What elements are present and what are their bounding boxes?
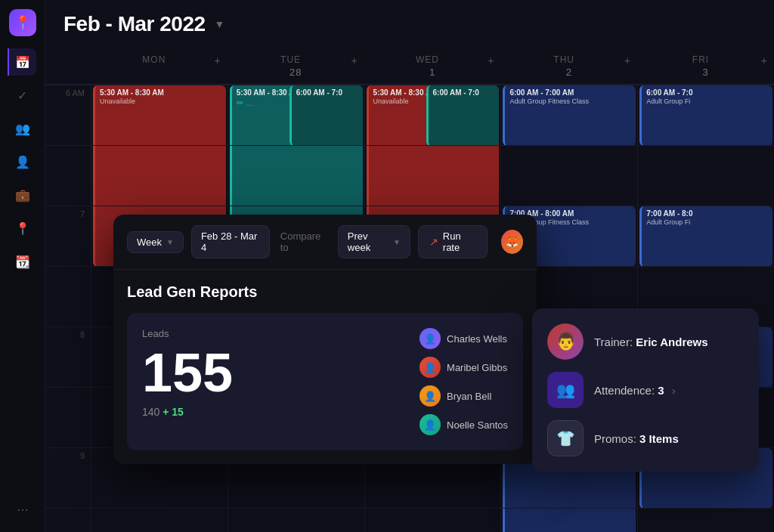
mon-cell-6[interactable]: 5:30 AM - 8:30 AM Unavailable bbox=[91, 85, 228, 145]
edit-icon[interactable]: ✏ bbox=[237, 98, 243, 108]
run-rate-button[interactable]: ↗ Run rate bbox=[418, 225, 488, 258]
event-fri-6am[interactable]: 6:00 AM - 7:0 Adult Group Fi bbox=[639, 85, 772, 146]
mon-cell-930[interactable] bbox=[91, 508, 228, 532]
attendence-info: Attendence: 3 › bbox=[594, 384, 676, 397]
fri-cell-630[interactable] bbox=[638, 145, 774, 206]
list-item: 👤 Noelle Santos bbox=[420, 414, 508, 435]
leads-left: Leads 155 140 + 15 bbox=[142, 328, 404, 435]
thu-cell-6[interactable]: 6:00 AM - 7:00 AM Adult Group Fitness Cl… bbox=[501, 85, 637, 145]
trainer-label: Trainer: bbox=[594, 336, 633, 348]
add-tue-button[interactable]: + bbox=[351, 54, 358, 66]
thu-cell-930[interactable] bbox=[501, 508, 637, 532]
mon-cell-630[interactable] bbox=[91, 145, 228, 206]
calendar-header: + MON + TUE 28 + WED 1 + THU 2 + FRI 3 bbox=[45, 48, 774, 85]
date-range-selector[interactable]: Feb 28 - Mar 4 bbox=[191, 225, 270, 258]
add-wed-button[interactable]: + bbox=[488, 54, 494, 66]
sidebar-item-more[interactable]: ⋯ bbox=[9, 496, 36, 523]
leads-base: 140 bbox=[142, 406, 159, 418]
attendence-icon: 👥 bbox=[547, 372, 584, 408]
day-label-mon: MON bbox=[142, 54, 166, 65]
sidebar-item-users[interactable]: 👥 bbox=[9, 115, 36, 142]
time-6am: 6 AM bbox=[45, 85, 91, 145]
day-label-wed: WED bbox=[416, 54, 439, 65]
week-selector[interactable]: Week ▼ bbox=[127, 231, 184, 253]
thu-cell-630[interactable] bbox=[501, 145, 637, 206]
time-730 bbox=[45, 266, 91, 326]
avatar: 👤 bbox=[420, 385, 441, 407]
leads-number: 155 bbox=[142, 345, 404, 400]
report-title: Lead Gen Reports bbox=[127, 283, 523, 301]
promos-label: Promos: bbox=[594, 432, 636, 445]
app-logo[interactable]: 📍 bbox=[9, 9, 36, 36]
time-7am: 7 bbox=[45, 206, 91, 266]
fri-cell-7[interactable]: 7:00 AM - 8:0 Adult Group Fi bbox=[638, 206, 774, 266]
col-header-tue: + TUE 28 bbox=[228, 48, 364, 84]
user-avatar-button[interactable]: 🦊 bbox=[501, 230, 523, 254]
wed-cell-930[interactable] bbox=[365, 508, 501, 532]
attendence-row: 👥 Attendence: 3 › bbox=[547, 372, 744, 408]
sidebar-item-check[interactable]: ✓ bbox=[9, 82, 36, 109]
tue-cell-630[interactable] bbox=[228, 145, 364, 206]
col-header-mon: + MON bbox=[91, 48, 228, 84]
leads-sub: 140 + 15 bbox=[142, 406, 404, 418]
title-dropdown-icon[interactable]: ▼ bbox=[215, 18, 225, 30]
event-label: Adult Group Fitness Class bbox=[509, 97, 631, 105]
sidebar-item-calendar2[interactable]: 📆 bbox=[9, 248, 36, 275]
sidebar-item-calendar[interactable]: 📅 bbox=[8, 48, 36, 76]
header: Feb - Mar 2022 ▼ bbox=[45, 0, 774, 48]
time-930 bbox=[45, 508, 91, 532]
run-rate-icon: ↗ bbox=[429, 236, 438, 248]
event-tue-6am[interactable]: 6:00 AM - 7:0 bbox=[289, 85, 363, 146]
event-time: 6:00 AM - 7:0 bbox=[646, 88, 768, 97]
trainer-name: Eric Andrews bbox=[636, 336, 707, 348]
report-toolbar: Week ▼ Feb 28 - Mar 4 Compare to Prev we… bbox=[113, 215, 537, 270]
sidebar-item-person[interactable]: 👤 bbox=[9, 148, 36, 175]
lead-name-1: Charles Wells bbox=[447, 333, 507, 345]
date-tue: 28 bbox=[231, 66, 361, 78]
people-icon: 👥 bbox=[556, 381, 575, 399]
tue-cell-6[interactable]: 5:30 AM - 8:30 AM ✏ ... 6:00 AM - 7:0 bbox=[228, 85, 364, 145]
day-label-fri: FRI bbox=[692, 54, 709, 65]
col-header-fri: + FRI 3 bbox=[637, 48, 774, 84]
promos-icon: 👕 bbox=[547, 420, 584, 456]
event-fri-7am[interactable]: 7:00 AM - 8:0 Adult Group Fi bbox=[639, 206, 772, 267]
sidebar: 📍 📅 ✓ 👥 👤 💼 📍 📆 ⋯ bbox=[0, 0, 45, 532]
col-header-thu: + THU 2 bbox=[500, 48, 637, 84]
trainer-row: 👨 Trainer: Eric Andrews bbox=[547, 323, 744, 360]
main-content: Feb - Mar 2022 ▼ + MON + TUE 28 + WED 1 … bbox=[45, 0, 774, 532]
prev-week-selector[interactable]: Prev week ▼ bbox=[338, 225, 410, 258]
time-header bbox=[45, 48, 91, 84]
event-wed-6am[interactable]: 6:00 AM - 7:0 bbox=[426, 85, 500, 146]
attendence-count: 3 bbox=[658, 384, 664, 397]
trainer-avatar: 👨 bbox=[547, 323, 584, 360]
lead-name-4: Noelle Santos bbox=[447, 419, 508, 431]
sidebar-item-bag[interactable]: 💼 bbox=[9, 181, 36, 209]
attendence-arrow-icon[interactable]: › bbox=[672, 384, 676, 397]
event-label: Adult Group Fi bbox=[646, 218, 768, 226]
run-rate-label: Run rate bbox=[443, 230, 476, 253]
wed-cell-630[interactable] bbox=[365, 145, 501, 206]
add-fri-button[interactable]: + bbox=[761, 54, 768, 66]
leads-plus: + 15 bbox=[163, 406, 184, 418]
add-thu-button[interactable]: + bbox=[624, 54, 631, 66]
add-mon-button[interactable]: + bbox=[215, 54, 221, 66]
attendence-label: Attendence: bbox=[594, 384, 655, 397]
fri-cell-6[interactable]: 6:00 AM - 7:0 Adult Group Fi bbox=[638, 85, 774, 145]
compare-label: Compare to bbox=[280, 230, 327, 253]
day-label-tue: TUE bbox=[280, 54, 301, 65]
event-time: 7:00 AM - 8:0 bbox=[646, 209, 768, 218]
date-thu: 2 bbox=[503, 66, 634, 78]
more-icon: ... bbox=[246, 99, 252, 107]
date-fri: 3 bbox=[640, 66, 771, 78]
event-thu-6am[interactable]: 6:00 AM - 7:00 AM Adult Group Fitness Cl… bbox=[503, 85, 636, 146]
fri-cell-930[interactable] bbox=[638, 508, 774, 532]
time-9am: 9 bbox=[45, 447, 91, 508]
tue-cell-930[interactable] bbox=[228, 508, 364, 532]
sidebar-item-location[interactable]: 📍 bbox=[9, 215, 36, 242]
avatar: 👤 bbox=[420, 414, 441, 435]
wed-cell-6[interactable]: 5:30 AM - 8:30 AM Unavailable 6:00 AM - … bbox=[365, 85, 501, 145]
lead-name-2: Maribel Gibbs bbox=[447, 362, 507, 373]
promos-value: 3 Items bbox=[639, 432, 679, 445]
event-time: 6:00 AM - 7:0 bbox=[433, 88, 495, 97]
event-label: Unavailable bbox=[100, 97, 221, 105]
